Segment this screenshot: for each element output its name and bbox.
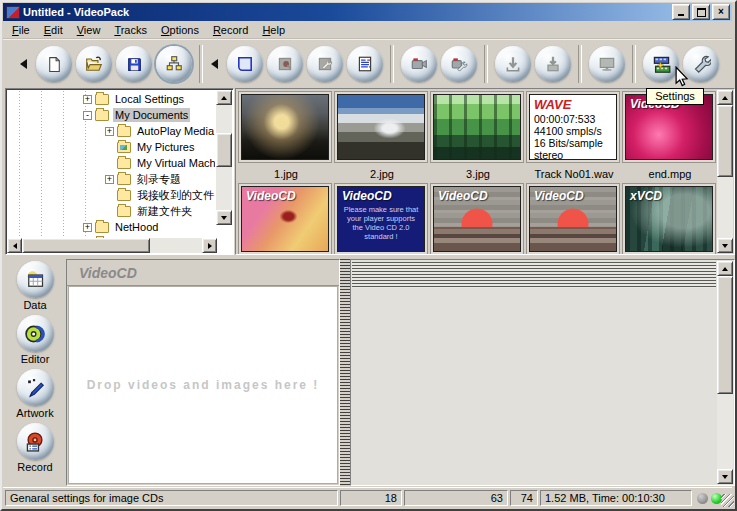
thumbnail-image[interactable]: VideoCD Please make sure that your playe… [337, 186, 425, 252]
capture-video-button[interactable] [401, 46, 437, 82]
thumbnail-end-mpg[interactable]: VideoCD end.mpg [625, 94, 715, 180]
new-project-button[interactable] [36, 46, 72, 82]
tree-item-received-files[interactable]: 我接收到的文件 [7, 187, 215, 203]
scroll-thumb[interactable] [216, 133, 232, 167]
scroll-up-button[interactable] [717, 261, 733, 276]
tree-item-label: 我接收到的文件 [135, 187, 215, 204]
scroll-thumb[interactable] [717, 276, 733, 394]
thumbnail-videocd-sunset-2[interactable]: VideoCD [529, 186, 619, 252]
thumbnail-image[interactable]: VideoCD [241, 186, 329, 252]
track-list-vertical-scrollbar[interactable] [717, 261, 733, 484]
menu-view[interactable]: View [70, 22, 108, 38]
thumbnail-image[interactable]: xVCD [625, 186, 713, 252]
scroll-down-button[interactable] [216, 210, 232, 225]
data-table-icon [25, 270, 45, 290]
tree-item-new-folder[interactable]: 新建文件夹 [7, 203, 215, 219]
scroll-track[interactable] [717, 177, 733, 238]
menu-record[interactable]: Record [206, 22, 255, 38]
scroll-down-button[interactable] [717, 238, 733, 253]
toolbar-collapse-button[interactable] [17, 47, 30, 81]
close-button[interactable]: × [712, 4, 730, 20]
wave-duration: 00:00:07:533 [534, 113, 612, 125]
scroll-track[interactable] [216, 105, 232, 133]
scroll-track[interactable] [717, 394, 733, 469]
scroll-thumb[interactable] [22, 238, 150, 253]
album-properties-button[interactable] [307, 46, 343, 82]
artwork-button[interactable] [17, 369, 54, 406]
thumbnail-2jpg[interactable]: 2.jpg [337, 94, 427, 180]
tree-item-nethood[interactable]: +NetHood [7, 219, 215, 235]
collapse-icon[interactable]: - [83, 111, 92, 120]
thumbnails-vertical-scrollbar[interactable] [717, 90, 733, 253]
expand-icon[interactable]: + [105, 127, 114, 136]
expand-icon[interactable]: + [83, 223, 92, 232]
folder-icon [117, 174, 131, 185]
expand-icon[interactable]: + [83, 95, 92, 104]
scroll-up-button[interactable] [216, 90, 232, 105]
folder-icon [117, 190, 131, 201]
thumbnail-image[interactable] [433, 94, 521, 160]
minimize-button[interactable] [672, 4, 690, 20]
album-drop-zone[interactable]: Drop videos and images here ! [68, 286, 338, 484]
mode-editor[interactable]: Editor [5, 315, 65, 365]
thumbnail-image[interactable] [337, 94, 425, 160]
tree-horizontal-scrollbar[interactable] [7, 238, 217, 253]
thumbnail-xvcd[interactable]: xVCD [625, 186, 715, 252]
scroll-track[interactable] [216, 167, 232, 210]
thumbnail-wav-track[interactable]: WAVE 00:00:07:533 44100 smpls/s 16 Bits/… [529, 94, 619, 180]
vertical-splitter[interactable] [340, 259, 350, 486]
save-project-button[interactable] [116, 46, 152, 82]
menu-tracks[interactable]: Tracks [107, 22, 154, 38]
status-size-time: 1.52 MB, Time: 00:10:30 [540, 490, 692, 506]
menu-help[interactable]: Help [255, 22, 292, 38]
tree-vertical-scrollbar[interactable] [216, 90, 232, 240]
title-bar[interactable]: Untitled - VideoPack × [3, 3, 732, 21]
scroll-track[interactable] [150, 238, 202, 253]
mode-artwork[interactable]: Artwork [5, 369, 65, 419]
wave-info-card[interactable]: WAVE 00:00:07:533 44100 smpls/s 16 Bits/… [529, 94, 617, 160]
tree-item-local-settings[interactable]: +Local Settings [7, 91, 215, 107]
tree-item-burn-topics[interactable]: +刻录专题 [7, 171, 215, 187]
menu-edit[interactable]: Edit [37, 22, 70, 38]
scroll-down-button[interactable] [717, 469, 733, 484]
folder-icon [95, 94, 109, 105]
thumbnail-videocd-notice[interactable]: VideoCD Please make sure that your playe… [337, 186, 427, 252]
menu-options[interactable]: Options [154, 22, 206, 38]
tree-view-button[interactable] [156, 46, 192, 82]
tree-item-my-pictures[interactable]: My Pictures [7, 139, 215, 155]
capture-settings-button[interactable] [441, 46, 477, 82]
folder-icon [117, 206, 131, 217]
menu-file[interactable]: File [5, 22, 37, 38]
tree-item-my-documents[interactable]: -My Documents [7, 107, 215, 123]
scroll-right-button[interactable] [202, 238, 217, 253]
scroll-thumb[interactable] [717, 105, 733, 177]
record-button[interactable] [17, 423, 54, 460]
delete-album-button[interactable] [267, 46, 303, 82]
import-album-button[interactable] [535, 46, 571, 82]
mode-record[interactable]: Record [5, 423, 65, 473]
tree-item-my-virtual-machines[interactable]: My Virtual Machines [7, 155, 215, 171]
resize-grip[interactable] [721, 494, 734, 507]
import-track-button[interactable] [495, 46, 531, 82]
scroll-left-button[interactable] [7, 238, 22, 253]
thumbnail-videocd-sunset-1[interactable]: VideoCD [433, 186, 523, 252]
open-folder-icon [85, 55, 103, 73]
thumbnail-image[interactable] [241, 94, 329, 160]
thumbnail-videocd-snow[interactable]: VideoCD [241, 186, 331, 252]
expand-icon[interactable]: + [105, 175, 114, 184]
mode-data[interactable]: Data [5, 261, 65, 311]
new-album-button[interactable] [227, 46, 263, 82]
maximize-button[interactable] [692, 4, 710, 20]
open-project-button[interactable] [76, 46, 112, 82]
scroll-up-button[interactable] [717, 90, 733, 105]
data-button[interactable] [17, 261, 54, 298]
thumbnail-1jpg[interactable]: 1.jpg [241, 94, 331, 180]
preview-button[interactable] [589, 46, 625, 82]
track-list-button[interactable] [347, 46, 383, 82]
tree-item-autoplay-media[interactable]: +AutoPlay Media Stu [7, 123, 215, 139]
thumbnail-image[interactable]: VideoCD [529, 186, 617, 252]
toolbar-collapse-button-2[interactable] [208, 47, 221, 81]
thumbnail-image[interactable]: VideoCD [433, 186, 521, 252]
thumbnail-3jpg[interactable]: 3.jpg [433, 94, 523, 180]
editor-button[interactable] [17, 315, 54, 352]
